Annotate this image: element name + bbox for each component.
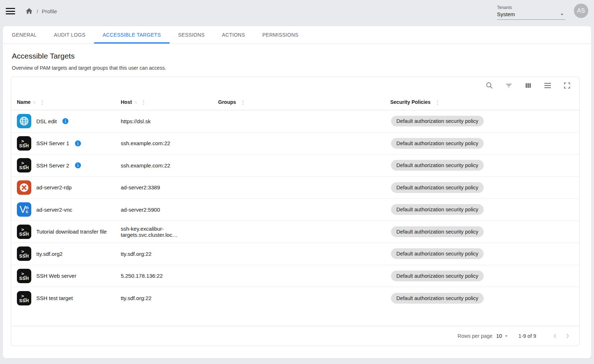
target-host-cell: https://dsl.sk [115, 118, 212, 124]
tab-permissions[interactable]: PERMISSIONS [254, 26, 307, 43]
ssh-prompt-glyph: >_ [21, 294, 27, 298]
table-row[interactable]: >_SSHSSH Server 1ssh.example.com:22Defau… [11, 133, 579, 155]
security-policy-chip[interactable]: Default authorization security policy [391, 293, 484, 304]
column-menu-icon[interactable]: ⋮ [240, 100, 246, 105]
target-name-cell: >_SSHtty.sdf.org2 [11, 246, 115, 261]
next-page-icon[interactable] [562, 332, 573, 340]
security-policy-chip[interactable]: Default authorization security policy [391, 271, 484, 281]
chevron-down-icon [503, 333, 509, 339]
menu-icon[interactable] [6, 8, 15, 14]
target-name: ad-server2-rdp [36, 184, 72, 190]
table-row[interactable]: Vncad-server2-vncad-server2:5900Default … [11, 199, 579, 221]
security-policy-chip[interactable]: Default authorization security policy [391, 182, 484, 193]
target-name-cell: ad-server2-rdp [11, 180, 115, 195]
target-name: tty.sdf.org2 [36, 251, 63, 257]
target-policies-cell: Default authorization security policy [385, 293, 579, 304]
target-policies-cell: Default authorization security policy [385, 160, 579, 171]
table-row[interactable]: >_SSHtty.sdf.org2tty.sdf.org:22Default a… [11, 243, 579, 265]
tab-general[interactable]: GENERAL [3, 26, 45, 43]
target-host-cell: 5.250.178.136:22 [115, 273, 212, 279]
tab-bar: GENERALAUDIT LOGSACCESSIBLE TARGETSSESSI… [3, 26, 591, 44]
tenant-select[interactable]: Tenants System [497, 5, 565, 20]
home-icon[interactable] [25, 7, 33, 15]
target-name-cell: >_SSHSSH test target [11, 291, 115, 305]
table-row[interactable]: >_SSHSSH test targettty.sdf.org:22Defaul… [11, 287, 579, 309]
target-name: DSL edit [36, 118, 57, 124]
tab-label: SESSIONS [178, 32, 205, 38]
sort-icon[interactable]: ↑↓ [33, 100, 35, 104]
target-name-cell: >_SSHSSH Server 2 [11, 158, 115, 172]
ssh-label-glyph: SSH [19, 254, 29, 259]
table-row[interactable]: ad-server2-rdpad-server2:3389Default aut… [11, 177, 579, 199]
sort-icon[interactable]: ↑↓ [134, 100, 137, 104]
target-policies-cell: Default authorization security policy [385, 138, 579, 149]
target-policies-cell: Default authorization security policy [385, 226, 579, 237]
security-policy-chip[interactable]: Default authorization security policy [391, 138, 484, 149]
ssh-label-glyph: SSH [19, 298, 29, 303]
target-host-cell: ad-server2:5900 [115, 207, 212, 213]
info-icon[interactable] [62, 118, 69, 125]
column-menu-icon[interactable]: ⋮ [40, 100, 45, 105]
target-name: SSH Web server [36, 273, 76, 279]
rdp-target-icon [17, 180, 31, 195]
pagination-range: 1-9 of 9 [519, 333, 536, 339]
ssh-prompt-glyph: >_ [21, 249, 27, 254]
ssh-target-icon: >_SSH [17, 225, 31, 239]
columns-icon[interactable] [524, 81, 533, 90]
topbar: / Profile Tenants System AS [0, 0, 594, 22]
ssh-label-glyph: SSH [19, 232, 29, 237]
target-name: SSH Server 1 [36, 140, 69, 146]
tab-accessible-targets[interactable]: ACCESSIBLE TARGETS [94, 26, 170, 43]
page-subtitle: Overview of PAM targets and target group… [12, 65, 582, 71]
search-icon[interactable] [485, 81, 494, 90]
ssh-target-icon: >_SSH [17, 269, 31, 283]
target-name-cell: Vncad-server2-vnc [11, 202, 115, 217]
tab-label: ACTIONS [222, 32, 245, 38]
ssh-prompt-glyph: >_ [21, 161, 27, 165]
column-header-groups[interactable]: Groups⋮ [212, 99, 385, 105]
breadcrumb-current: Profile [42, 8, 57, 14]
column-header-name[interactable]: Name↑↓⋮ [11, 99, 115, 105]
security-policy-chip[interactable]: Default authorization security policy [391, 226, 484, 237]
column-header-security-policies[interactable]: Security Policies⋮ [385, 99, 579, 105]
target-host-cell: tty.sdf.org:22 [115, 251, 212, 257]
target-host-cell: tty.sdf.org:22 [115, 295, 212, 301]
target-policies-cell: Default authorization security policy [385, 271, 579, 281]
table-row[interactable]: DSL edithttps://dsl.skDefault authorizat… [11, 110, 579, 133]
tab-actions[interactable]: ACTIONS [213, 26, 254, 43]
fullscreen-icon[interactable] [563, 81, 571, 90]
column-menu-icon[interactable]: ⋮ [141, 100, 146, 105]
rows-per-page-select[interactable]: 10 [496, 333, 509, 339]
column-header-label: Host [121, 99, 132, 105]
column-menu-icon[interactable]: ⋮ [435, 100, 440, 105]
target-host-cell: ssh.example.com:22 [115, 162, 212, 169]
previous-page-icon[interactable] [550, 332, 561, 340]
tab-sessions[interactable]: SESSIONS [170, 26, 213, 43]
info-icon[interactable] [74, 140, 82, 147]
table-row[interactable]: >_SSHSSH Web server5.250.178.136:22Defau… [11, 265, 579, 287]
target-policies-cell: Default authorization security policy [385, 182, 579, 193]
column-header-label: Name [17, 99, 31, 105]
column-header-host[interactable]: Host↑↓⋮ [115, 99, 212, 105]
security-policy-chip[interactable]: Default authorization security policy [391, 204, 484, 215]
tab-audit-logs[interactable]: AUDIT LOGS [45, 26, 94, 43]
table-row[interactable]: >_SSHTutorial download transfer filessh-… [11, 221, 579, 243]
column-header-label: Groups [218, 99, 236, 105]
target-policies-cell: Default authorization security policy [385, 204, 579, 215]
density-icon[interactable] [543, 81, 552, 90]
table-row[interactable]: >_SSHSSH Server 2ssh.example.com:22Defau… [11, 155, 579, 177]
filter-icon[interactable] [505, 81, 513, 90]
table-pagination: Rows per page 10 1-9 of 9 [11, 326, 579, 346]
security-policy-chip[interactable]: Default authorization security policy [391, 116, 484, 126]
ssh-label-glyph: SSH [19, 276, 29, 281]
target-name-cell: DSL edit [11, 114, 115, 128]
ssh-label-glyph: SSH [19, 165, 29, 170]
avatar[interactable]: AS [574, 4, 588, 18]
ssh-target-icon: >_SSH [17, 158, 31, 172]
info-icon[interactable] [74, 162, 82, 169]
target-name: ad-server2-vnc [36, 207, 72, 213]
table-toolbar [11, 77, 579, 94]
security-policy-chip[interactable]: Default authorization security policy [391, 248, 484, 259]
targets-table-card: Name↑↓⋮Host↑↓⋮Groups⋮Security Policies⋮ … [11, 77, 580, 346]
security-policy-chip[interactable]: Default authorization security policy [391, 160, 484, 171]
